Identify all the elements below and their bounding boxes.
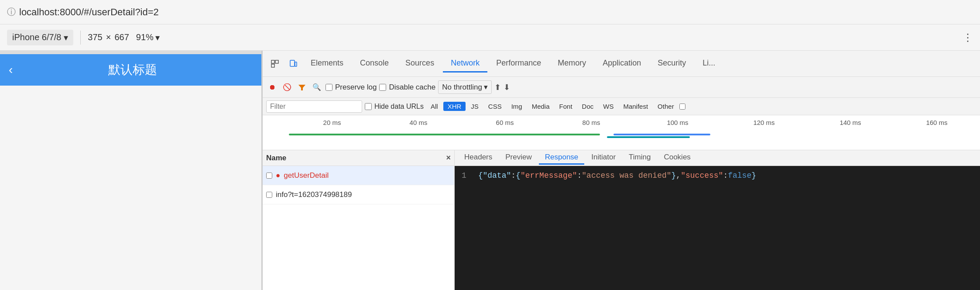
- inspector-icon-button[interactable]: [266, 55, 284, 72]
- svg-marker-5: [298, 85, 305, 90]
- filter-font[interactable]: Font: [555, 102, 577, 111]
- timeline-label-7: 160 ms: [894, 119, 980, 126]
- file-name-0: getUserDetail: [284, 171, 329, 180]
- filter-css[interactable]: CSS: [484, 102, 506, 111]
- filter-input[interactable]: [266, 100, 362, 113]
- detail-tab-headers[interactable]: Headers: [458, 151, 498, 165]
- tab-security[interactable]: Security: [650, 55, 694, 72]
- network-timeline: 20 ms 40 ms 60 ms 80 ms 100 ms 120 ms 14…: [263, 115, 980, 150]
- network-toolbar: ⏺ 🚫 🔍 Preserve log Disable cache: [263, 77, 980, 98]
- search-button[interactable]: 🔍: [311, 81, 323, 93]
- tab-sources[interactable]: Sources: [397, 55, 442, 72]
- timeline-label-3: 80 ms: [548, 119, 634, 126]
- filter-xhr[interactable]: XHR: [443, 102, 466, 111]
- filter-manifest[interactable]: Manifest: [619, 102, 652, 111]
- phone-body: [0, 86, 261, 290]
- response-content: 1 {"data":{"errMessage":"access was deni…: [455, 166, 980, 290]
- export-button[interactable]: ⬇: [504, 83, 510, 92]
- device-dropdown-icon: ▾: [64, 32, 68, 43]
- scale-dropdown-icon: ▾: [155, 32, 160, 43]
- tab-console[interactable]: Console: [352, 55, 397, 72]
- device-selector[interactable]: iPhone 6/7/8 ▾: [7, 30, 73, 45]
- timeline-label-1: 40 ms: [375, 119, 462, 126]
- network-split-view: Name × ● getUserDetail info?t=1620374998…: [263, 150, 980, 290]
- clear-button[interactable]: 🚫: [281, 81, 293, 93]
- tab-lighthouse[interactable]: Li...: [695, 55, 723, 72]
- timeline-label-0: 20 ms: [289, 119, 375, 126]
- filter-img[interactable]: Img: [507, 102, 527, 111]
- device-toolbar-icon-button[interactable]: [284, 55, 302, 72]
- file-item-0[interactable]: ● getUserDetail: [263, 166, 454, 185]
- filter-type-buttons: All XHR JS CSS Img Media Font Doc WS Man…: [426, 102, 685, 111]
- import-button[interactable]: ⬆: [494, 83, 501, 92]
- devtools-panel: Elements Console Sources Network Perform…: [262, 51, 980, 290]
- hide-data-urls-label[interactable]: Hide data URLs: [365, 103, 424, 110]
- file-list-header: Name ×: [263, 150, 454, 166]
- timeline-label-4: 100 ms: [634, 119, 721, 126]
- timeline-bar-teal: [607, 136, 690, 138]
- filter-doc[interactable]: Doc: [578, 102, 598, 111]
- tab-elements[interactable]: Elements: [303, 55, 351, 72]
- preserve-log-label[interactable]: Preserve log: [326, 83, 377, 92]
- phone-nav-bar: ‹ 默认标题: [0, 54, 261, 86]
- disable-cache-label[interactable]: Disable cache: [379, 83, 435, 92]
- main-area: ‹ 默认标题: [0, 51, 980, 290]
- devtools-tab-bar: Elements Console Sources Network Perform…: [263, 51, 980, 77]
- hide-data-urls-checkbox[interactable]: [365, 103, 372, 110]
- detail-tab-response[interactable]: Response: [539, 151, 585, 165]
- file-error-icon-0: ●: [276, 171, 280, 180]
- preserve-log-checkbox[interactable]: [326, 84, 332, 91]
- file-item-1[interactable]: info?t=1620374998189: [263, 185, 454, 204]
- timeline-bar-green: [289, 134, 600, 135]
- filter-ws[interactable]: WS: [599, 102, 618, 111]
- svg-rect-4: [295, 62, 297, 66]
- tab-network[interactable]: Network: [443, 55, 487, 72]
- address-bar: ⓘ localhost:8000/#/userDetail?id=2: [0, 0, 980, 24]
- file-name-1: info?t=1620374998189: [276, 190, 352, 199]
- detail-tab-cookies[interactable]: Cookies: [658, 151, 696, 165]
- svg-rect-3: [290, 60, 295, 66]
- nav-title: 默认标题: [13, 62, 253, 78]
- tab-memory[interactable]: Memory: [550, 55, 594, 72]
- dimension-x: ×: [106, 32, 111, 42]
- svg-rect-1: [275, 60, 278, 63]
- timeline-labels: 20 ms 40 ms 60 ms 80 ms 100 ms 120 ms 14…: [289, 119, 980, 126]
- network-file-list: Name × ● getUserDetail info?t=1620374998…: [263, 150, 455, 290]
- filter-media[interactable]: Media: [528, 102, 554, 111]
- toolbar-separator: [80, 31, 81, 45]
- detail-tab-timing[interactable]: Timing: [623, 151, 657, 165]
- network-detail-panel: Headers Preview Response Initiator Timin: [455, 150, 980, 290]
- back-button[interactable]: ‹: [9, 63, 13, 77]
- filter-all[interactable]: All: [426, 102, 442, 111]
- browser-toolbar: iPhone 6/7/8 ▾ 375 × 667 91% ▾ ⋮: [0, 24, 980, 51]
- detail-tab-bar: Headers Preview Response Initiator Timin: [455, 150, 980, 166]
- file-checkbox-0[interactable]: [266, 173, 272, 179]
- disable-cache-checkbox[interactable]: [379, 84, 386, 91]
- json-data-key: {: [478, 171, 483, 180]
- url-display[interactable]: localhost:8000/#/userDetail?id=2: [19, 7, 159, 18]
- phone-preview: ‹ 默认标题: [0, 51, 262, 290]
- width-display: 375 × 667: [88, 32, 129, 42]
- filter-bar: Hide data URLs All XHR JS CSS Img Media …: [263, 98, 980, 115]
- filter-other[interactable]: Other: [653, 102, 678, 111]
- timeline-label-5: 120 ms: [721, 119, 807, 126]
- file-checkbox-1[interactable]: [266, 192, 272, 198]
- filter-button[interactable]: [296, 81, 308, 93]
- close-detail-button[interactable]: ×: [446, 153, 451, 162]
- svg-rect-0: [271, 60, 274, 63]
- detail-tab-preview[interactable]: Preview: [499, 151, 538, 165]
- timeline-bar-blue: [613, 134, 710, 135]
- other-filter-checkbox[interactable]: [679, 104, 685, 110]
- filter-js[interactable]: JS: [466, 102, 483, 111]
- record-button[interactable]: ⏺: [266, 81, 278, 93]
- scale-display[interactable]: 91% ▾: [136, 32, 160, 43]
- tab-performance[interactable]: Performance: [488, 55, 549, 72]
- more-options-button[interactable]: ⋮: [963, 31, 973, 44]
- timeline-label-2: 60 ms: [462, 119, 548, 126]
- device-label: iPhone 6/7/8: [12, 32, 61, 42]
- throttle-select[interactable]: No throttling ▾: [438, 80, 492, 94]
- timeline-bars: [289, 131, 980, 140]
- line-number: 1: [462, 171, 466, 180]
- tab-application[interactable]: Application: [595, 55, 649, 72]
- detail-tab-initiator[interactable]: Initiator: [585, 151, 622, 165]
